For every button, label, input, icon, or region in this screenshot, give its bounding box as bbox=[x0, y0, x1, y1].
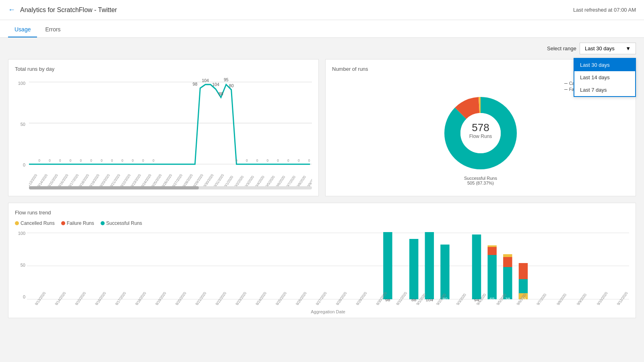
dropdown-option-30days[interactable]: Last 30 days bbox=[574, 59, 635, 71]
bar-828 bbox=[425, 232, 434, 299]
svg-text:8/19/2020: 8/19/2020 bbox=[154, 292, 167, 306]
svg-text:8/23/2020: 8/23/2020 bbox=[235, 292, 248, 306]
svg-text:104: 104 bbox=[212, 82, 219, 87]
svg-text:0: 0 bbox=[132, 158, 134, 162]
bar-821 bbox=[383, 232, 392, 299]
svg-text:0: 0 bbox=[59, 158, 61, 162]
svg-text:578: 578 bbox=[472, 121, 489, 134]
bar-chart-area: 98 88 104 80 94 bbox=[27, 231, 629, 311]
svg-text:0: 0 bbox=[49, 158, 51, 162]
dropdown-option-14days[interactable]: Last 14 days bbox=[574, 71, 635, 84]
svg-text:8/18/2020: 8/18/2020 bbox=[134, 292, 147, 306]
legend-failure: Failure Runs bbox=[61, 220, 94, 226]
svg-text:0: 0 bbox=[142, 158, 144, 162]
svg-text:0: 0 bbox=[267, 158, 269, 162]
svg-text:104: 104 bbox=[202, 78, 209, 83]
svg-text:8/29/2020: 8/29/2020 bbox=[355, 292, 368, 306]
svg-text:0: 0 bbox=[122, 158, 124, 162]
bar-y-0: 0 bbox=[23, 294, 25, 299]
top-bar-left: ← Analytics for ScratchFlow - Twitter bbox=[8, 6, 117, 14]
top-bar: ← Analytics for ScratchFlow - Twitter La… bbox=[0, 0, 644, 20]
donut-svg-container: 578 Flow Runs bbox=[436, 89, 525, 177]
scrollbar-track[interactable] bbox=[29, 186, 312, 189]
svg-text:8/26/2020: 8/26/2020 bbox=[295, 292, 308, 306]
svg-text:88: 88 bbox=[219, 91, 223, 97]
dropdown-selected-value: Last 30 days bbox=[585, 45, 615, 51]
range-dropdown-menu: Last 30 days Last 14 days Last 7 days bbox=[574, 58, 636, 97]
svg-text:65: 65 bbox=[489, 297, 495, 301]
bar-chart-container: 100 50 0 98 bbox=[15, 231, 629, 311]
bar-827 bbox=[409, 239, 418, 299]
svg-text:8/20/2020: 8/20/2020 bbox=[174, 292, 187, 306]
bar-905-f bbox=[519, 263, 528, 279]
svg-text:8/14/2020: 8/14/2020 bbox=[54, 292, 67, 306]
svg-text:98: 98 bbox=[385, 298, 390, 302]
svg-text:0: 0 bbox=[308, 158, 310, 162]
x-axis-label: Aggregation Date bbox=[27, 309, 629, 314]
bar-903-c bbox=[487, 245, 496, 247]
dropdown-option-7days[interactable]: Last 7 days bbox=[574, 84, 635, 96]
svg-text:95: 95 bbox=[224, 77, 229, 82]
svg-text:0: 0 bbox=[90, 158, 92, 162]
total-runs-chart: Total runs by day 100 50 0 bbox=[8, 59, 319, 196]
failure-legend-line bbox=[564, 89, 568, 90]
svg-text:88: 88 bbox=[411, 298, 417, 302]
svg-text:38: 38 bbox=[505, 297, 510, 301]
svg-text:0: 0 bbox=[298, 158, 300, 162]
trend-legend: Cancelled Runs Failure Runs Successful R… bbox=[15, 220, 629, 226]
tab-usage[interactable]: Usage bbox=[8, 22, 37, 37]
successful-bottom-label: Successful Runs 505 (87.37%) bbox=[464, 176, 497, 185]
bar-chart-y-labels: 100 50 0 bbox=[15, 231, 27, 299]
total-runs-title: Total runs by day bbox=[15, 66, 312, 72]
svg-text:104: 104 bbox=[425, 298, 433, 302]
bar-y-100: 100 bbox=[18, 231, 25, 236]
select-range-label: Select range bbox=[547, 45, 576, 51]
charts-row-1: Total runs by day 100 50 0 bbox=[8, 59, 636, 196]
line-chart-svg: 98 104 104 88 95 80 0 0 0 0 0 0 0 0 0 bbox=[29, 77, 312, 169]
back-button[interactable]: ← bbox=[8, 6, 15, 14]
last-refreshed-label: Last refreshed at 07:00 AM bbox=[573, 7, 636, 13]
svg-text:8/21/2020: 8/21/2020 bbox=[194, 292, 207, 306]
svg-text:0: 0 bbox=[235, 158, 237, 162]
bar-903-s bbox=[487, 255, 496, 299]
svg-text:98: 98 bbox=[193, 81, 198, 86]
toolbar: Select range Last 30 days ▼ Last 30 days… bbox=[0, 38, 644, 59]
bar-829 bbox=[440, 245, 449, 299]
chevron-down-icon: ▼ bbox=[625, 45, 631, 51]
svg-text:8/31/2020: 8/31/2020 bbox=[395, 292, 408, 306]
svg-text:8/25/2020: 8/25/2020 bbox=[275, 292, 288, 306]
svg-text:8/16/2020: 8/16/2020 bbox=[94, 292, 107, 306]
svg-text:8/13/2020: 8/13/2020 bbox=[34, 292, 47, 306]
svg-text:0: 0 bbox=[101, 158, 103, 162]
bar-903-f bbox=[487, 247, 496, 255]
bar-902 bbox=[472, 234, 481, 299]
svg-text:9/10/2020: 9/10/2020 bbox=[596, 292, 609, 306]
svg-text:0: 0 bbox=[80, 158, 82, 162]
svg-text:0: 0 bbox=[287, 158, 289, 162]
y-label-0: 0 bbox=[23, 162, 25, 167]
svg-text:0: 0 bbox=[38, 158, 40, 162]
svg-text:Flow Runs: Flow Runs bbox=[469, 134, 492, 139]
flow-runs-trend-card: Flow runs trend Cancelled Runs Failure R… bbox=[8, 203, 636, 318]
failure-label: Failure Runs bbox=[67, 220, 94, 226]
range-dropdown-button[interactable]: Last 30 days ▼ bbox=[580, 43, 636, 54]
scrollbar-thumb[interactable] bbox=[29, 186, 199, 189]
svg-text:0: 0 bbox=[246, 158, 248, 162]
donut-svg: 578 Flow Runs bbox=[436, 89, 525, 177]
bar-y-50: 50 bbox=[21, 263, 25, 267]
svg-text:8/17/2020: 8/17/2020 bbox=[114, 292, 127, 306]
page-title: Analytics for ScratchFlow - Twitter bbox=[20, 6, 117, 14]
y-axis-labels: 100 50 0 bbox=[15, 81, 27, 167]
svg-text:80: 80 bbox=[229, 83, 234, 88]
svg-text:8/28/2020: 8/28/2020 bbox=[335, 292, 348, 306]
y-label-100: 100 bbox=[18, 81, 25, 86]
svg-text:9/12/2020: 9/12/2020 bbox=[616, 292, 629, 306]
svg-text:8/27/2020: 8/27/2020 bbox=[315, 292, 328, 306]
svg-text:8/24/2020: 8/24/2020 bbox=[255, 292, 268, 306]
svg-text:8/22/2020: 8/22/2020 bbox=[215, 292, 227, 306]
cancelled-label: Cancelled Runs bbox=[21, 220, 55, 226]
bar-chart-svg: 98 88 104 80 94 bbox=[27, 231, 629, 307]
tab-errors[interactable]: Errors bbox=[39, 22, 67, 37]
svg-text:0: 0 bbox=[153, 158, 155, 162]
svg-text:8/15/2020: 8/15/2020 bbox=[74, 292, 87, 306]
